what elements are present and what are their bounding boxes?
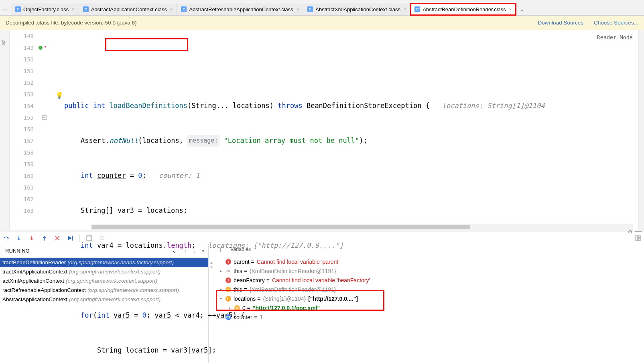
class-file-icon: C — [307, 6, 313, 12]
tab-abstractbeandefinitionreader[interactable]: C AbstractBeanDefinitionReader.class × — [410, 3, 516, 15]
tab-abstractapplicationcontext[interactable]: C AbstractApplicationContext.class × — [79, 3, 177, 15]
expand-icon[interactable]: ▸ — [218, 269, 223, 273]
banner-text: Decompiled .class file, bytecode version… — [6, 20, 136, 26]
tab-abstractrefreshable[interactable]: C AbstractRefreshableApplicationContext.… — [177, 3, 303, 15]
tab-label: AbstractApplicationContext.class — [91, 6, 167, 12]
step-out-icon[interactable] — [41, 235, 48, 242]
tab-abstractxml[interactable]: C AbstractXmlApplicationContext.class × — [303, 3, 410, 15]
thread-status: RUNNING — [5, 248, 30, 254]
close-icon[interactable]: × — [404, 7, 406, 12]
svg-rect-7 — [638, 239, 640, 241]
choose-sources-link[interactable]: Choose Sources... — [594, 20, 638, 26]
svg-rect-6 — [638, 236, 640, 238]
code-area[interactable]: Reader Mode public int loadBeanDefinitio… — [46, 30, 638, 230]
force-step-into-icon[interactable] — [28, 235, 35, 242]
line-number: 150 — [20, 56, 34, 63]
reader-mode-link[interactable]: Reader Mode — [597, 32, 633, 43]
error-stripe[interactable] — [638, 30, 644, 230]
download-sources-link[interactable]: Download Sources — [538, 20, 583, 26]
line-number: 160 — [20, 173, 34, 179]
add-watch-icon[interactable]: + — [217, 246, 225, 255]
line-number: 157 — [20, 138, 34, 144]
close-icon[interactable]: × — [509, 7, 512, 12]
line-number: 156 — [20, 126, 34, 133]
drop-frame-icon[interactable] — [54, 235, 61, 242]
field-icon: ≡ — [226, 287, 231, 292]
line-number: 155 — [20, 114, 34, 121]
variables-tree[interactable]: !parent = Cannot find local variable 'pa… — [214, 256, 644, 322]
object-icon: ∞ — [226, 268, 231, 274]
trace-icon[interactable] — [98, 235, 106, 242]
class-file-icon: C — [15, 6, 21, 12]
class-file-icon: C — [83, 6, 89, 12]
line-number: 152 — [20, 80, 34, 86]
collapse-icon[interactable]: ▾ — [218, 296, 223, 301]
editor: op\ 148 149↑ 150 151 152 153 154 155− 15… — [0, 30, 644, 230]
decompiled-banner: Decompiled .class file, bytecode version… — [0, 16, 644, 30]
line-number: 148 — [20, 33, 34, 39]
tab-label: ObjectFactory.class — [23, 6, 69, 12]
tab-objectfactory[interactable]: C ObjectFactory.class × — [11, 3, 79, 15]
tab-label: AbstractBeanDefinitionReader.class — [423, 6, 506, 12]
line-number: 154 — [20, 103, 34, 109]
line-number: 163 — [20, 208, 34, 214]
line-number: 161 — [20, 184, 34, 191]
tab-label: AbstractRefreshableApplicationContext.cl… — [189, 6, 293, 12]
line-number: 159 — [20, 161, 34, 167]
highlight-box-method — [105, 38, 188, 51]
left-strip-label: op\ — [1, 40, 6, 45]
debug-panel-header[interactable]: ⚙ — — [0, 230, 644, 232]
gear-icon[interactable]: ⚙ — [628, 228, 633, 235]
line-number: 153 — [20, 91, 34, 98]
field-icon: ≡ — [234, 305, 240, 311]
error-icon: ! — [226, 259, 231, 265]
close-icon[interactable]: × — [72, 7, 74, 12]
step-into-icon[interactable] — [15, 235, 22, 242]
line-number: 149 — [20, 45, 34, 51]
close-icon[interactable]: × — [297, 7, 299, 12]
line-number: 151 — [20, 68, 34, 74]
gutter: 148 149↑ 150 151 152 153 154 155− 156 15… — [10, 30, 46, 230]
variables-pane: + Variables !parent = Cannot find local … — [214, 244, 644, 363]
class-file-icon: C — [414, 6, 420, 12]
collapse-icon[interactable]: — — [2, 6, 8, 12]
line-number: 162 — [20, 196, 34, 202]
horizontal-scrollbar[interactable] — [91, 224, 633, 230]
minimize-icon[interactable]: — — [635, 228, 642, 235]
tab-bar: — C ObjectFactory.class × C AbstractAppl… — [0, 3, 644, 16]
expand-icon[interactable]: ▸ — [218, 287, 223, 292]
tabs-dropdown-icon[interactable]: ⌄ — [516, 3, 528, 15]
step-over-icon[interactable] — [2, 235, 10, 242]
primitive-icon: 01 — [226, 314, 231, 320]
line-number: 158 — [20, 149, 34, 156]
expand-icon[interactable]: ▸ — [227, 306, 232, 310]
error-icon: ! — [226, 277, 231, 283]
close-icon[interactable]: × — [170, 7, 173, 12]
override-icon[interactable] — [39, 46, 43, 50]
left-tool-strip: op\ — [0, 30, 10, 230]
param-icon: P — [226, 296, 231, 302]
tab-label: AbstractXmlApplicationContext.class — [315, 6, 400, 12]
variables-title: Variables — [227, 247, 251, 254]
class-file-icon: C — [181, 6, 187, 12]
